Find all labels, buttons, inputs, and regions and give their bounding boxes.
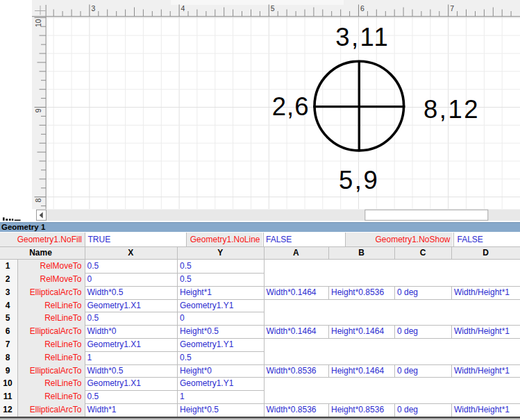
svg-text:2,6: 2,6 (272, 92, 310, 121)
svg-text:3,11: 3,11 (335, 23, 389, 51)
svg-text:8,12: 8,12 (423, 95, 480, 124)
svg-text:8: 8 (34, 199, 42, 203)
svg-text:6: 6 (360, 4, 364, 12)
svg-text:5,9: 5,9 (339, 166, 380, 194)
svg-text:5: 5 (271, 4, 275, 12)
svg-text:7: 7 (450, 4, 454, 12)
svg-text:10: 10 (34, 19, 42, 27)
svg-text:3: 3 (91, 4, 95, 12)
svg-text:9: 9 (34, 108, 42, 112)
svg-text:4: 4 (181, 4, 185, 12)
